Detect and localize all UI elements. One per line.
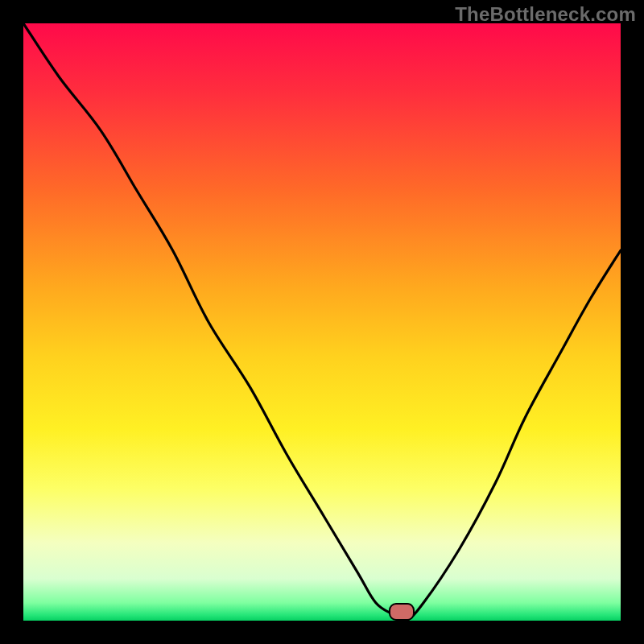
bottleneck-curve (23, 23, 621, 621)
optimal-marker (389, 603, 415, 621)
chart-frame: TheBottleneck.com (0, 0, 644, 644)
watermark-text: TheBottleneck.com (455, 3, 636, 26)
plot-area (23, 23, 621, 621)
